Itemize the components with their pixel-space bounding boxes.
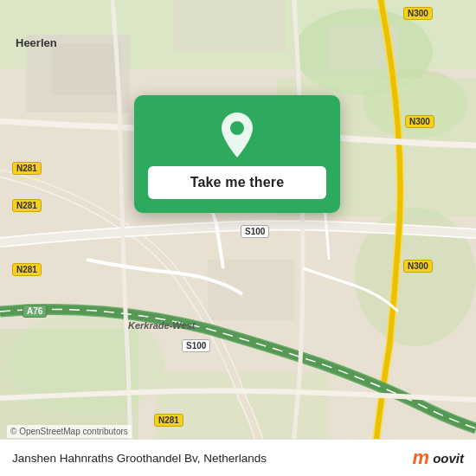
- map-svg: [0, 0, 476, 476]
- svg-point-14: [230, 121, 244, 135]
- bottom-bar: Janshen Hahnraths Groothandel Bv, Nether…: [0, 439, 476, 476]
- take-me-there-button[interactable]: Take me there: [148, 166, 326, 199]
- map-attribution: © OpenStreetMap contributors: [7, 425, 132, 438]
- location-title: Janshen Hahnraths Groothandel Bv, Nether…: [12, 452, 267, 465]
- svg-rect-11: [173, 0, 286, 52]
- map-container: N281 N281 N281 N281 S100 S100 N300 N300 …: [0, 0, 476, 476]
- moovit-m-letter: m: [413, 448, 430, 467]
- action-card: Take me there: [134, 95, 340, 213]
- svg-rect-13: [208, 260, 294, 320]
- svg-rect-10: [52, 43, 121, 95]
- moovit-logo: m oovit: [413, 448, 464, 467]
- moovit-text: oovit: [433, 451, 464, 466]
- location-pin-icon: [218, 113, 256, 158]
